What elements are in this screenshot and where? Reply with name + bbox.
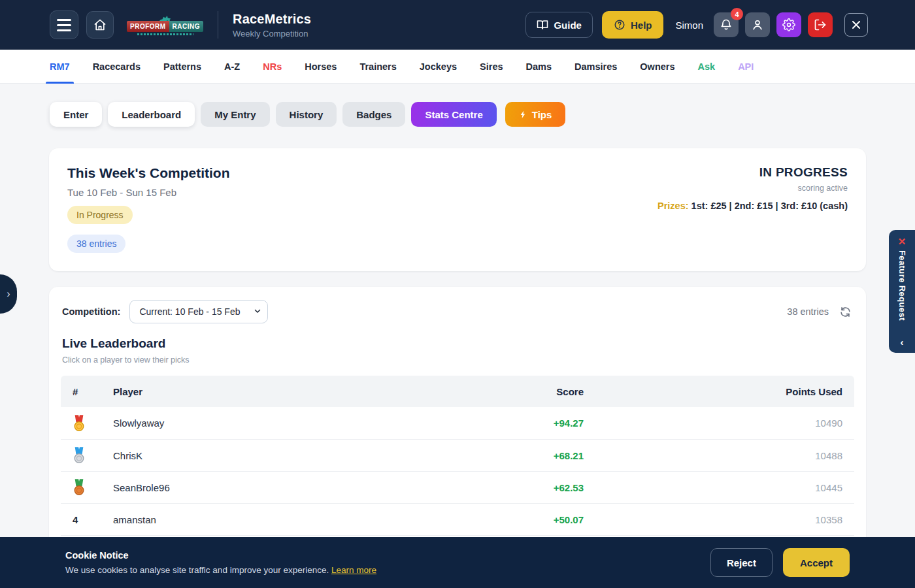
- home-icon: [93, 18, 107, 31]
- competition-filter-label: Competition:: [62, 306, 120, 317]
- feature-request-tab[interactable]: ✕ Feature Request ‹: [889, 230, 915, 353]
- entries-count: 38 entries: [787, 306, 829, 317]
- pill-history[interactable]: History: [276, 102, 337, 127]
- cookie-text-block: Cookie Notice We use cookies to analyse …: [65, 550, 376, 575]
- nav-tab-rm7[interactable]: RM7: [50, 50, 70, 84]
- nav-tab-a-z[interactable]: A-Z: [224, 50, 240, 84]
- profile-button[interactable]: [745, 12, 770, 37]
- gear-icon: [782, 18, 795, 31]
- app-subtitle: Weekly Competition: [233, 29, 311, 39]
- nav-tab-api[interactable]: API: [738, 50, 754, 84]
- nav-tab-owners[interactable]: Owners: [640, 50, 674, 84]
- nav-tab-nrs[interactable]: NRs: [263, 50, 282, 84]
- logo-word-racing: RACING: [169, 21, 203, 32]
- status-heading: IN PROGRESS: [657, 165, 848, 180]
- player-score: +68.21: [512, 450, 584, 461]
- competition-title: This Week's Competition: [67, 165, 229, 181]
- refresh-button[interactable]: [838, 304, 853, 319]
- feature-request-close-icon[interactable]: ✕: [898, 237, 907, 246]
- logo-word-proform: PROFORM: [127, 21, 169, 32]
- prizes-label: Prizes:: [657, 201, 689, 211]
- status-subtext: scoring active: [657, 184, 848, 193]
- pill-tips[interactable]: Tips: [505, 102, 566, 127]
- book-icon: [537, 19, 548, 31]
- nav-tab-patterns[interactable]: Patterns: [163, 50, 201, 84]
- medal-icon: [73, 479, 86, 496]
- leaderboard-row[interactable]: Slowlyaway +94.27 10490: [61, 407, 854, 439]
- cookie-title: Cookie Notice: [65, 550, 376, 561]
- competition-card: This Week's Competition Tue 10 Feb - Sun…: [49, 148, 866, 271]
- nav-tab-trainers[interactable]: Trainers: [359, 50, 396, 84]
- prizes-text: 1st: £25 | 2nd: £15 | 3rd: £10 (cash): [691, 201, 848, 211]
- entries-badge: 38 entries: [67, 235, 125, 253]
- leaderboard-row[interactable]: SeanBrole96 +62.53 10445: [61, 471, 854, 503]
- nav-tab-damsires[interactable]: Damsires: [574, 50, 617, 84]
- home-button[interactable]: [86, 11, 114, 39]
- cookie-actions: Reject Accept: [710, 548, 850, 577]
- question-circle-icon: [614, 19, 625, 31]
- pill-my-entry[interactable]: My Entry: [201, 102, 269, 127]
- nav-tab-ask[interactable]: Ask: [698, 50, 716, 84]
- col-player: Player: [113, 386, 512, 397]
- pill-enter[interactable]: Enter: [50, 102, 102, 127]
- guide-button[interactable]: Guide: [525, 12, 593, 38]
- learn-more-link[interactable]: Learn more: [331, 565, 376, 575]
- user-name: Simon: [675, 20, 703, 31]
- pill-button-row: Enter Leaderboard My Entry History Badge…: [50, 102, 915, 127]
- logout-button[interactable]: [808, 12, 833, 37]
- player-name: amanstan: [113, 514, 512, 525]
- nav-tab-horses[interactable]: Horses: [305, 50, 337, 84]
- topbar-actions: Guide Help Simon 4: [525, 11, 868, 39]
- pill-leaderboard[interactable]: Leaderboard: [108, 102, 195, 127]
- leaderboard-header-row: # Player Score Points Used: [61, 376, 854, 407]
- leaderboard-row[interactable]: ChrisK +68.21 10488: [61, 439, 854, 471]
- accept-cookies-button[interactable]: Accept: [783, 548, 850, 577]
- settings-button[interactable]: [776, 12, 801, 37]
- chevron-left-icon: ‹: [901, 336, 904, 348]
- nav-tab-sires[interactable]: Sires: [480, 50, 503, 84]
- person-icon: [751, 18, 764, 31]
- nav-tab-dams[interactable]: Dams: [526, 50, 552, 84]
- player-points: 10490: [584, 417, 842, 429]
- medal-icon: [73, 447, 86, 464]
- feature-request-label: Feature Request: [897, 250, 907, 334]
- competition-select[interactable]: Current: 10 Feb - 15 Feb: [129, 300, 268, 323]
- bell-icon: [720, 18, 733, 31]
- leaderboard-row[interactable]: 4 amanstan +50.07 10358: [61, 503, 854, 535]
- guide-label: Guide: [554, 20, 582, 31]
- close-app-button[interactable]: [844, 13, 868, 37]
- nav-tab-racecards[interactable]: Racecards: [93, 50, 141, 84]
- col-rank: #: [73, 386, 113, 397]
- prizes-line: Prizes: 1st: £25 | 2nd: £15 | 3rd: £10 (…: [657, 201, 848, 211]
- help-button[interactable]: Help: [602, 11, 664, 39]
- sidebar-expand-handle[interactable]: ›: [0, 274, 17, 314]
- help-label: Help: [631, 20, 652, 31]
- proform-racing-logo[interactable]: PROFORM RACING: [127, 15, 203, 35]
- leaderboard-subtitle: Click on a player to view their picks: [62, 355, 853, 365]
- competition-dates: Tue 10 Feb - Sun 15 Feb: [67, 187, 229, 198]
- competition-card-right: IN PROGRESS scoring active Prizes: 1st: …: [657, 165, 848, 253]
- nav-tab-jockeys[interactable]: Jockeys: [420, 50, 457, 84]
- top-navbar: PROFORM RACING RaceMetrics Weekly Compet…: [0, 0, 915, 50]
- logo-tagline-strip: [137, 33, 193, 35]
- medal-icon: [73, 415, 86, 432]
- cookie-banner: Cookie Notice We use cookies to analyse …: [0, 537, 915, 588]
- reject-cookies-button[interactable]: Reject: [710, 548, 773, 577]
- player-score: +94.27: [512, 417, 584, 429]
- lightning-bolt-icon: [519, 110, 527, 120]
- player-name: SeanBrole96: [113, 482, 512, 493]
- menu-button[interactable]: [50, 10, 78, 39]
- pill-badges[interactable]: Badges: [342, 102, 405, 127]
- pill-stats-centre[interactable]: Stats Centre: [411, 102, 496, 127]
- col-points: Points Used: [584, 386, 842, 397]
- notifications-button[interactable]: 4: [714, 12, 739, 37]
- logout-icon: [814, 18, 827, 31]
- player-points: 10488: [584, 450, 842, 461]
- notification-badge: 4: [731, 8, 743, 20]
- rank-number: 4: [73, 514, 78, 525]
- leaderboard-title: Live Leaderboard: [62, 336, 853, 351]
- player-name: Slowlyaway: [113, 417, 512, 429]
- refresh-icon: [839, 306, 852, 318]
- col-score: Score: [512, 386, 584, 397]
- cookie-text: We use cookies to analyse site traffic a…: [65, 565, 376, 575]
